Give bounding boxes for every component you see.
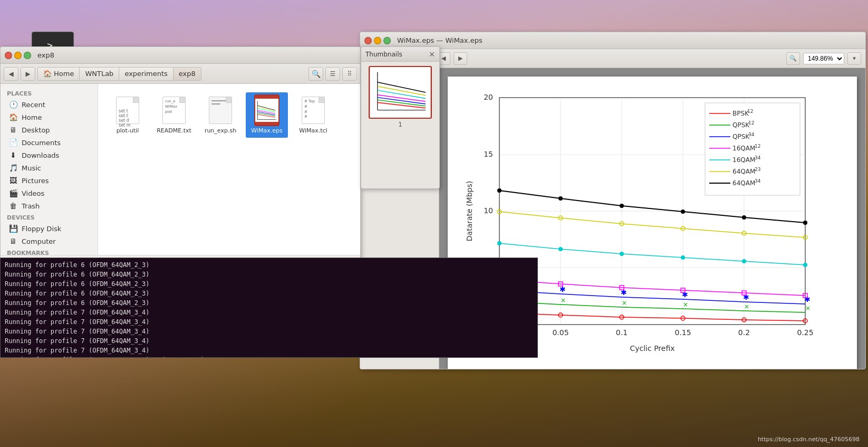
plot-util-icon: set tset tset dset m (115, 96, 140, 125)
file-item-run-exp[interactable]: run_exp.sh (199, 92, 242, 138)
svg-point-73 (742, 259, 746, 263)
back-button[interactable]: ◀ (4, 67, 18, 81)
svg-text:15: 15 (484, 150, 493, 158)
thumbnails-close-button[interactable]: ✕ (429, 50, 435, 59)
pdf-minimize-button[interactable] (374, 37, 381, 44)
sidebar-item-floppy[interactable]: 💾 Floppy Disk (3, 222, 95, 235)
sidebar-music-label: Music (22, 164, 41, 172)
sidebar-item-documents[interactable]: 📄 Documents (3, 136, 95, 149)
sidebar-documents-label: Documents (22, 139, 61, 147)
minimize-button[interactable] (14, 52, 22, 59)
svg-text:64QAM: 64QAM (732, 179, 755, 187)
url-bar: https://blog.csdn.net/qq_47605698 (758, 436, 860, 443)
svg-text:34: 34 (755, 155, 761, 160)
maximize-button[interactable] (24, 52, 31, 59)
sidebar-item-trash[interactable]: 🗑 Trash (3, 199, 95, 212)
downloads-icon: ⬇ (9, 151, 17, 159)
svg-text:0.1: 0.1 (616, 328, 628, 337)
sidebar-item-home[interactable]: 🏠 Home (3, 111, 95, 123)
file-item-wimax-tcl[interactable]: # Top### WiMax.tcl (292, 92, 334, 138)
svg-point-83 (620, 204, 624, 208)
svg-text:×: × (622, 299, 627, 307)
file-name-readme: README.txt (157, 127, 191, 135)
breadcrumb-wntlab[interactable]: WNTLab (79, 67, 119, 81)
file-name-wimax-tcl: WiMax.tcl (299, 127, 327, 135)
readme-icon: run_eWiMaxplot (161, 96, 187, 125)
file-item-wimax-eps[interactable]: WiMax.eps (246, 92, 288, 138)
svg-text:0.25: 0.25 (797, 328, 813, 337)
file-item-readme[interactable]: run_eWiMaxplot README.txt (153, 92, 195, 138)
music-icon: 🎵 (9, 164, 17, 172)
svg-text:0.15: 0.15 (674, 328, 691, 337)
sidebar-item-music[interactable]: 🎵 Music (3, 161, 95, 174)
close-button[interactable] (5, 52, 12, 59)
term-line-1: Running for profile 6 (OFDM_64QAM_2_3) (5, 260, 533, 270)
thumbnail-item-1[interactable] (369, 66, 432, 119)
file-manager-window: exp8 ◀ ▶ 🏠Home WNTLab experiments exp8 🔍… (0, 46, 361, 268)
pdf-maximize-button[interactable] (383, 37, 391, 44)
svg-text:20: 20 (484, 93, 493, 101)
pdf-zoom-dropdown[interactable]: ▾ (847, 52, 861, 65)
floppy-icon: 💾 (9, 224, 17, 233)
breadcrumb-exp8[interactable]: exp8 (173, 67, 201, 81)
sidebar-item-pictures[interactable]: 🖼 Pictures (3, 174, 95, 187)
breadcrumb-experiments[interactable]: experiments (119, 67, 172, 81)
sidebar-item-recent[interactable]: 🕐 Recent (3, 98, 95, 111)
file-manager-body: Places 🕐 Recent 🏠 Home 🖥 Desktop 📄 Docum… (1, 84, 360, 255)
sidebar-desktop-label: Desktop (22, 126, 50, 134)
breadcrumb-home[interactable]: 🏠Home (37, 67, 79, 81)
svg-text:12: 12 (755, 144, 760, 149)
svg-text:23: 23 (755, 167, 760, 172)
sidebar-item-videos[interactable]: 🎬 Videos (3, 187, 95, 199)
pdf-window-controls (364, 37, 391, 44)
file-manager-sidebar: Places 🕐 Recent 🏠 Home 🖥 Desktop 📄 Docum… (1, 84, 98, 255)
sidebar-videos-label: Videos (22, 189, 44, 197)
svg-text:12: 12 (748, 120, 754, 126)
search-button[interactable]: 🔍 (308, 67, 323, 81)
pdf-page-fwd[interactable]: ▶ (454, 52, 467, 65)
videos-icon: 🎬 (9, 189, 17, 197)
file-manager-content: set tset tset dset m plot-util run_eWiMa… (98, 84, 360, 255)
svg-point-86 (803, 221, 807, 225)
devices-section-title: Devices (1, 212, 98, 222)
computer-icon: 🖥 (9, 237, 17, 245)
file-name-run-exp: run_exp.sh (205, 127, 236, 135)
thumbnail-number: 1 (365, 121, 435, 128)
svg-point-70 (558, 247, 563, 251)
sidebar-item-computer[interactable]: 🖥 Computer (3, 235, 95, 248)
pdf-close-button[interactable] (364, 37, 372, 44)
svg-point-82 (558, 196, 563, 201)
svg-text:16QAM: 16QAM (732, 145, 755, 152)
file-name-plot-util: plot-util (117, 127, 139, 135)
pdf-search-button[interactable]: 🔍 (786, 52, 800, 65)
places-section-title: Places (1, 88, 98, 98)
term-line-4: Running for profile 6 (OFDM_64QAM_2_3) (5, 289, 533, 298)
term-line-6: Running for profile 7 (OFDM_64QAM_3_4) (5, 308, 533, 317)
pdf-title: WiMax.eps — WiMax.eps (397, 36, 483, 44)
svg-point-69 (497, 241, 501, 245)
terminal-bottom-window[interactable]: Running for profile 6 (OFDM_64QAM_2_3) R… (0, 258, 538, 358)
svg-text:×: × (744, 303, 749, 310)
file-manager-titlebar: exp8 (1, 47, 360, 64)
svg-point-72 (681, 255, 685, 260)
svg-point-85 (742, 215, 746, 220)
svg-point-71 (620, 252, 624, 256)
term-line-10: Running for profile 7 (OFDM_64QAM_3_4) (5, 346, 533, 355)
run-exp-icon (208, 96, 233, 125)
file-item-plot-util[interactable]: set tset tset dset m plot-util (107, 92, 149, 138)
sidebar-trash-label: Trash (22, 202, 40, 210)
menu-button[interactable]: ⠿ (342, 67, 357, 81)
recent-icon: 🕐 (9, 100, 17, 109)
wimax-tcl-icon: # Top### (301, 96, 326, 125)
view-options-button[interactable]: ☰ (325, 67, 340, 81)
sidebar-item-desktop[interactable]: 🖥 Desktop (3, 123, 95, 136)
term-line-5: Running for profile 6 (OFDM_64QAM_2_3) (5, 298, 533, 308)
sidebar-recent-label: Recent (22, 101, 45, 109)
pdf-zoom-select[interactable]: 149.86% (803, 53, 844, 64)
term-line-8: Running for profile 7 (OFDM_64QAM_3_4) (5, 327, 533, 336)
svg-text:10: 10 (484, 206, 493, 215)
forward-button[interactable]: ▶ (21, 67, 35, 81)
sidebar-item-downloads[interactable]: ⬇ Downloads (3, 149, 95, 161)
desktop-icon: 🖥 (9, 126, 17, 134)
sidebar-home-label: Home (22, 113, 42, 121)
